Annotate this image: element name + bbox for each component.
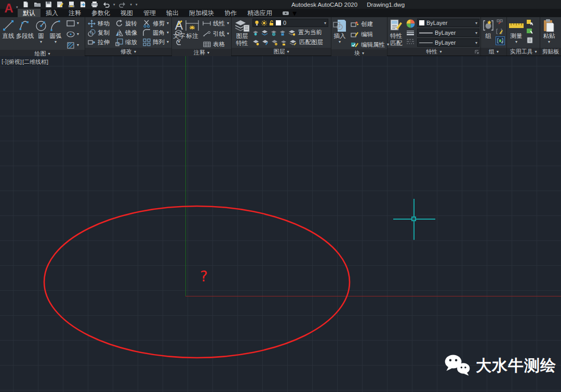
linetype-dropdown[interactable]: ByLayer ▾ — [417, 38, 479, 47]
app-title: Autodesk AutoCAD 2020 — [291, 2, 357, 8]
point-style-icon[interactable] — [526, 36, 534, 44]
tab-parametric[interactable]: 参数化 — [86, 9, 115, 17]
panel-modify: 移动 旋转 修剪 ▾ 复制 — [85, 17, 172, 56]
tab-featured-apps[interactable]: 精选应用 — [242, 9, 277, 17]
layer-freeze-icon[interactable] — [271, 30, 277, 36]
scale-button[interactable]: 缩放 — [114, 37, 138, 47]
new-file-icon[interactable] — [22, 1, 30, 8]
leader-button[interactable]: 引线 ▾ — [202, 29, 230, 38]
stretch-button[interactable]: 拉伸 — [86, 37, 111, 47]
layer-dropdown[interactable]: 0 ▾ — [252, 19, 328, 27]
move-button[interactable]: 移动 — [86, 19, 111, 28]
mirror-button[interactable]: 镜像 — [114, 28, 138, 37]
ungroup-icon[interactable] — [496, 19, 504, 26]
tab-collaborate[interactable]: 协作 — [219, 9, 242, 17]
rotate-button[interactable]: 旋转 — [114, 19, 138, 28]
ellipse-tool-button[interactable]: ▾ — [65, 30, 80, 39]
export-icon[interactable] — [79, 1, 87, 8]
dimension-tool-button[interactable]: 标注 — [185, 18, 199, 39]
insert-block-button[interactable]: 插入 ▾ — [332, 18, 347, 44]
properties-dialog-launcher-icon[interactable] — [475, 50, 479, 54]
quick-select-icon[interactable] — [526, 19, 534, 26]
object-color-dropdown[interactable]: ByLayer ▾ — [417, 19, 479, 27]
measure-button[interactable]: 测量 ▾ — [508, 18, 525, 44]
layer-thaw-sun-icon — [261, 20, 267, 26]
ribbon-display-toggle[interactable]: ▾ — [283, 9, 297, 17]
copy-button[interactable]: 复制 — [86, 28, 111, 37]
lineweight-dropdown[interactable]: ByLayer ▾ — [417, 29, 479, 37]
tab-annotate[interactable]: 注释 — [63, 9, 86, 17]
linetype-icon[interactable] — [406, 38, 415, 45]
panel-label-utilities[interactable]: 实用工具▾ — [507, 48, 540, 56]
tab-addins[interactable]: 附加模块 — [184, 9, 219, 17]
drawn-question-mark-text[interactable]: ? — [200, 268, 208, 285]
lineweight-icon[interactable] — [406, 30, 415, 36]
open-folder-icon[interactable] — [33, 1, 41, 8]
redo-caret-icon[interactable]: ▾ — [130, 3, 132, 7]
tab-home[interactable]: 默认 — [18, 9, 41, 17]
array-button[interactable]: 阵列 ▾ — [141, 37, 170, 47]
layer-walk-icon[interactable] — [252, 39, 259, 46]
layer-isolate-icon[interactable] — [261, 30, 268, 36]
text-tool-button[interactable]: A 文字 ▾ — [173, 18, 185, 44]
arc-tool-button[interactable]: 圆弧 ▾ — [48, 18, 63, 44]
layer-unlock2-icon[interactable] — [280, 39, 287, 46]
panel-label-annotate[interactable]: 注释▾ — [172, 49, 231, 57]
autocad-logo-menu[interactable]: A — [1, 0, 17, 17]
drawn-ellipse[interactable] — [0, 56, 561, 392]
layer-match-icon[interactable] — [262, 39, 269, 46]
match-layer-button[interactable]: 匹配图层 — [299, 38, 323, 46]
copy-icon — [87, 29, 96, 37]
fillet-button[interactable]: 圆角 ▾ — [141, 28, 170, 37]
panel-label-layers[interactable]: 图层▾ — [232, 48, 331, 56]
save-icon[interactable] — [45, 1, 52, 8]
print-icon[interactable] — [90, 1, 98, 8]
paste-button[interactable]: 粘贴 ▾ — [541, 18, 557, 44]
create-block-button[interactable]: 创建 — [350, 19, 390, 29]
undo-caret-icon[interactable]: ▾ — [113, 3, 115, 7]
ellipse-icon — [66, 31, 75, 38]
group-selection-toggle-icon[interactable] — [496, 36, 505, 45]
linear-dim-button[interactable]: 线性 ▾ — [202, 19, 230, 28]
set-current-layer-button[interactable]: 置为当前 — [298, 29, 322, 36]
panel-label-properties[interactable]: 特性▾ — [388, 48, 480, 56]
edit-block-button[interactable]: 编辑 — [350, 30, 390, 39]
layer-off-icon[interactable] — [252, 30, 259, 36]
tab-view[interactable]: 视图 — [115, 9, 138, 17]
layer-prev-icon[interactable] — [271, 39, 278, 46]
polyline-tool-button[interactable]: 多段线 — [16, 18, 34, 39]
linetype-dropdown-caret-icon: ▾ — [475, 40, 477, 45]
select-all-icon[interactable] — [526, 28, 534, 35]
rectangle-tool-button[interactable]: ▾ — [65, 19, 80, 28]
layer-properties-button[interactable]: 图层 特性 — [233, 18, 251, 46]
tab-output[interactable]: 输出 — [161, 9, 184, 17]
group-edit-icon[interactable] — [496, 28, 504, 35]
undo-icon[interactable] — [102, 1, 110, 8]
lineweight-dropdown-caret-icon: ▾ — [475, 31, 477, 35]
tab-manage[interactable]: 管理 — [138, 9, 161, 17]
panel-label-group[interactable]: 组▾ — [481, 48, 506, 56]
table-button[interactable]: 表格 — [202, 39, 230, 49]
plot-icon[interactable] — [68, 1, 75, 8]
line-tool-button[interactable]: 直线 — [1, 18, 16, 39]
array-caret-icon: ▾ — [167, 40, 169, 44]
color-wheel-icon[interactable] — [406, 19, 415, 28]
circle-tool-button[interactable]: 圆 ▾ — [34, 18, 48, 44]
panel-layers-caret-icon: ▾ — [287, 50, 289, 54]
layer-lock-icon[interactable] — [279, 30, 286, 36]
drawing-canvas[interactable]: [-] [俯视] [二维线框] ? 大水牛测绘 — [0, 56, 561, 392]
hatch-tool-button[interactable]: ▾ — [65, 40, 80, 50]
save-as-icon[interactable] — [56, 1, 64, 8]
match-properties-button[interactable]: 特性 匹配 — [389, 18, 404, 46]
group-button[interactable]: 组 — [482, 18, 495, 39]
tab-insert[interactable]: 插入 — [41, 9, 63, 17]
arc-icon — [49, 19, 62, 32]
panel-label-modify[interactable]: 修改▾ — [85, 48, 171, 56]
edit-attributes-button[interactable]: 编辑属性 ▾ — [350, 40, 390, 49]
trim-button[interactable]: 修剪 ▾ — [141, 19, 170, 28]
qat-customize-icon[interactable]: ▾ — [136, 3, 138, 7]
ribbon-display-icon — [283, 11, 291, 16]
redo-icon[interactable] — [119, 1, 127, 8]
panel-draw-caret-icon: ▾ — [48, 52, 50, 56]
edit-attributes-icon — [351, 41, 359, 49]
